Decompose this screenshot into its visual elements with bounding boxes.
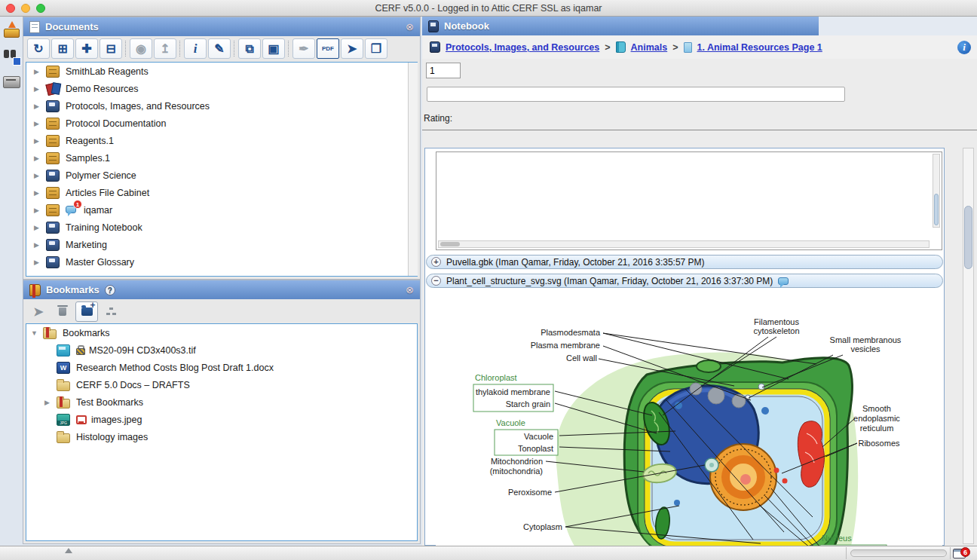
label-peroxisome: Peroxisome <box>508 488 552 497</box>
bookmark-row[interactable]: ▼ Bookmarks <box>26 324 417 341</box>
plant-cell-image: Plasmodesmata Plasma membrane Cell wall … <box>436 290 942 560</box>
expander-icon[interactable]: ▶ <box>34 172 46 179</box>
import-tray-icon[interactable] <box>2 23 20 38</box>
expander-icon[interactable]: ▶ <box>34 103 46 110</box>
tree-row[interactable]: ▶ Reagents.1 <box>26 132 417 149</box>
breadcrumb-link-protocols[interactable]: Protocols, Images, and Resources <box>446 42 599 53</box>
entry-plant-cell[interactable]: − Plant_cell_structure_svg.svg (Iman Qam… <box>426 274 943 288</box>
chromatogram-vscrollbar[interactable] <box>933 154 940 228</box>
expander-icon[interactable]: ▶ <box>44 399 57 406</box>
item-icon <box>46 135 60 147</box>
search-binoculars-icon[interactable] <box>2 48 20 63</box>
trash-icon[interactable] <box>51 301 74 322</box>
expander-icon[interactable]: ▶ <box>34 259 46 266</box>
pdf-icon[interactable]: PDF <box>317 38 339 59</box>
send-to-icon[interactable]: ➤ <box>27 301 50 322</box>
item-label: Demo Resources <box>66 84 139 94</box>
splitter-grip[interactable] <box>65 548 72 553</box>
new-folder-icon[interactable] <box>75 301 98 322</box>
refresh-icon[interactable]: ↻ <box>27 38 50 59</box>
label-plasmodesmata: Plasmodesmata <box>541 328 601 337</box>
item-icon <box>46 170 60 182</box>
chromatogram-hscrollbar[interactable] <box>438 240 930 248</box>
info-icon[interactable]: i <box>957 41 971 54</box>
breadcrumb-link-animals[interactable]: Animals <box>631 42 668 53</box>
bookmark-row[interactable]: MS20-09H CD3x400s3.tif <box>26 341 417 359</box>
tree-row[interactable]: ▶ Samples.1 <box>26 149 417 167</box>
book-icon <box>616 41 626 53</box>
breadcrumb-separator: > <box>605 42 610 53</box>
edit-details-icon[interactable]: ✎ <box>208 38 231 59</box>
comment-bubble-icon[interactable]: 1 <box>66 205 76 216</box>
tree-row[interactable]: ▶ Protocol Documentation <box>26 115 417 132</box>
label-vacuole-title: Vacuole <box>496 418 525 427</box>
sign-icon[interactable]: ✒ <box>292 38 315 59</box>
item-icon <box>46 222 60 234</box>
expander-icon[interactable]: ▶ <box>34 155 46 162</box>
paste-icon[interactable]: ▣ <box>262 38 285 59</box>
expander-icon[interactable]: ▶ <box>34 224 46 231</box>
expander-icon[interactable]: ▶ <box>34 137 46 145</box>
bookmark-row[interactable]: Research Method Costs Blog Post Draft 1.… <box>26 359 417 376</box>
status-bar: 6 <box>0 546 977 560</box>
documents-scrollbar[interactable] <box>408 63 418 276</box>
tree-row[interactable]: ▶ 1 iqamar <box>26 201 417 219</box>
close-icon[interactable]: ⊗ <box>406 21 414 32</box>
bookmark-row[interactable]: CERF 5.0 Docs – DRAFTS <box>26 376 417 393</box>
help-icon[interactable]: ? <box>105 285 115 295</box>
expand-icon[interactable]: + <box>431 257 441 267</box>
info-icon[interactable]: i <box>184 38 207 59</box>
tree-row[interactable]: ▶ Training Notebook <box>26 219 417 236</box>
expander-icon[interactable]: ▶ <box>34 207 46 214</box>
progress-bar <box>850 549 947 557</box>
expander-icon[interactable]: ▶ <box>34 68 46 75</box>
bookmarks-panel-header: Bookmarks ? ⊗ <box>23 280 420 299</box>
tree-row[interactable]: ▶ Marketing <box>26 236 417 253</box>
expander-icon[interactable]: ▶ <box>34 120 46 127</box>
label-starch-grain: Starch grain <box>506 399 550 409</box>
notebook-scrollbar[interactable] <box>963 148 974 544</box>
notebook-toolbar <box>422 59 977 82</box>
open-book-icon[interactable]: ❒ <box>365 38 387 59</box>
expander-icon[interactable]: ▶ <box>34 241 46 249</box>
comment-bubble-icon[interactable] <box>778 277 789 285</box>
entry-puvella[interactable]: + Puvella.gbk (Iman Qamar, Friday, Octob… <box>426 255 943 269</box>
entry-label: Puvella.gbk (Iman Qamar, Friday, October… <box>446 257 705 268</box>
add-document-icon[interactable]: ⊞ <box>51 38 74 59</box>
expander-icon[interactable]: ▶ <box>34 85 46 93</box>
tags-input[interactable] <box>427 87 845 102</box>
bookmark-row[interactable]: ▶ Test Bookmarks <box>26 393 417 411</box>
copy-icon[interactable]: ⧉ <box>238 38 261 59</box>
page-number-input[interactable] <box>426 63 461 78</box>
item-icon <box>46 83 60 95</box>
tree-row[interactable]: ▶ Polymer Science <box>26 167 417 184</box>
view-icon[interactable]: ◉ <box>130 38 152 59</box>
label-mitochondrion: Mitochondrion <box>491 457 543 466</box>
bookmark-row[interactable]: images.jpeg <box>26 411 417 428</box>
tree-row[interactable]: ▶ Protocols, Images, and Resources <box>26 97 417 115</box>
bookmark-row[interactable]: Histology images <box>26 428 417 445</box>
notebook-panel-title: Notebook <box>444 20 489 32</box>
item-icon <box>46 204 60 216</box>
tree-row[interactable]: ▶ SmithLab Reagents <box>26 63 417 80</box>
hierarchy-icon[interactable] <box>100 301 122 322</box>
drive-icon[interactable] <box>2 74 20 89</box>
expander-icon[interactable]: ▼ <box>31 329 43 337</box>
item-icon <box>57 399 70 409</box>
chromatogram-entry[interactable] <box>436 151 942 250</box>
tag-row <box>422 82 977 106</box>
notebook-panel: Notebook Protocols, Images, and Resource… <box>422 17 977 546</box>
send-to-icon[interactable]: ➤ <box>341 38 363 59</box>
collapse-icon[interactable]: − <box>431 276 441 286</box>
export-icon[interactable]: ↥ <box>154 38 176 59</box>
add-icon[interactable]: ✚ <box>75 38 98 59</box>
breadcrumb-link-page[interactable]: 1. Animal Resources Page 1 <box>697 42 822 53</box>
expander-icon[interactable]: ▶ <box>34 189 46 197</box>
tree-row[interactable]: ▶ Demo Resources <box>26 80 417 97</box>
tree-row[interactable]: ▶ Master Glossary <box>26 253 417 271</box>
tree-row[interactable]: ▶ Articles File Cabinet <box>26 184 417 201</box>
item-label: Test Bookmarks <box>76 397 143 408</box>
window-title: CERF v5.0.0 - Logged in to Attic CERF SS… <box>0 3 977 14</box>
close-icon[interactable]: ⊗ <box>406 284 414 295</box>
remove-document-icon[interactable]: ⊟ <box>100 38 122 59</box>
